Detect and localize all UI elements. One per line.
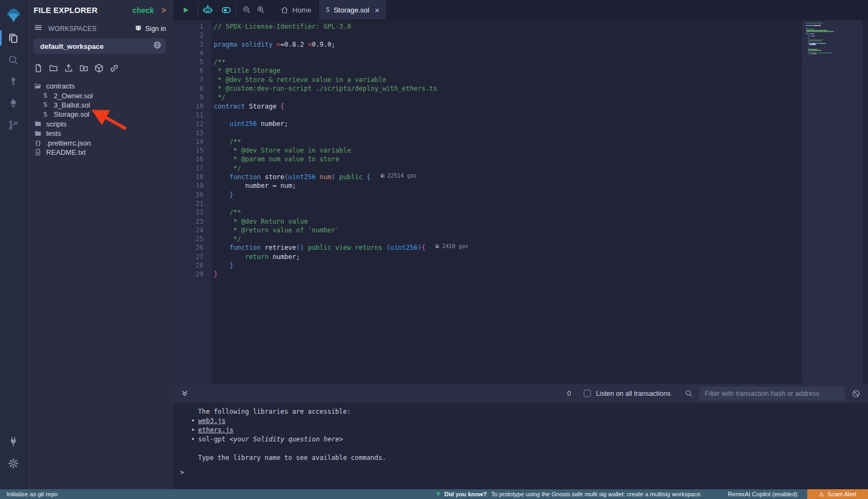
code-text: * @param num value to store [203,155,339,163]
main-area: Home S Storage.sol × 1// SPDX-License-Id… [174,0,868,489]
terminal-blank-line [174,444,868,453]
warning-icon: ⚠ [819,491,824,498]
tree-item-3-ballot-sol[interactable]: S3_Ballot.sol [27,100,174,110]
upload-folder-icon[interactable] [79,64,88,75]
code-editor[interactable]: 1// SPDX-License-Identifier: GPL-3.023pr… [174,20,868,384]
minimap-line [806,35,863,35]
git-icon[interactable] [0,114,27,136]
terminal-link[interactable]: web3.js [198,417,226,425]
code-line: 4 [174,49,802,58]
code-line: 26 function retrieve() public view retur… [174,243,802,252]
copilot-robot-icon[interactable] [199,0,216,20]
collapse-terminal-icon[interactable] [181,390,188,397]
minimap-line [806,49,863,49]
file-explorer-icon[interactable] [0,27,27,49]
new-file-icon[interactable] [34,64,43,75]
code-line: 18 function store(uint256 num) public {2… [174,173,802,181]
minimap-line [806,54,863,54]
line-number: 22 [174,208,203,217]
terminal-filter-input[interactable] [699,387,845,401]
solidity-compiler-icon[interactable] [0,71,27,92]
clear-terminal-icon[interactable] [852,389,860,398]
copilot-status[interactable]: RemixAI Copilot (enabled) [728,491,797,497]
tree-item-label: tests [46,129,61,137]
search-icon[interactable] [0,49,27,71]
terminal-link[interactable]: ethers.js [198,426,233,434]
tree-item-scripts[interactable]: scripts [27,119,174,129]
tree-item-tests[interactable]: tests [27,129,174,138]
deploy-run-icon[interactable] [0,92,27,114]
minimap[interactable] [802,20,863,384]
code-text: */ [203,235,241,243]
line-number: 20 [174,191,203,199]
code-line: 16 * @param num value to store [174,155,802,163]
code-text [203,199,214,208]
code-line: 15 * @dev Store value in variable [174,146,802,155]
terminal-text-line: The following libraries are accessible: [174,407,868,416]
home-icon [280,6,289,14]
terminal-search-icon[interactable] [685,389,693,397]
tree-item-readme-txt[interactable]: README.txt [27,148,174,157]
minimap-line [806,44,863,45]
code-text: * @custom:dev-run-script ./scripts/deplo… [203,84,437,93]
ipfs-cube-icon[interactable] [94,64,104,75]
tab-bar: Home S Storage.sol × [174,0,868,20]
transaction-count: 0 [567,390,571,397]
minimap-line [806,29,863,29]
zoom-out-button[interactable] [240,0,254,20]
line-number: 24 [174,226,203,235]
code-line: 5/** [174,58,802,66]
panel-title: FILE EXPLORER [34,6,98,15]
plugin-manager-icon[interactable] [0,431,27,452]
tab-home[interactable]: Home [273,0,318,20]
solidity-file-icon: S [326,6,330,14]
code-line: 28 } [174,261,802,270]
code-text [203,111,214,119]
minimap-line [806,43,863,43]
code-line: 27 return number; [174,252,802,261]
minimap-line [806,38,863,39]
code-text: } [203,270,218,279]
terminal-prompt[interactable]: > [174,468,868,477]
sign-in-button[interactable]: Sign in [134,24,166,33]
close-tab-icon[interactable]: × [375,5,380,15]
upload-file-icon[interactable] [64,64,73,75]
code-text: /** [203,208,241,217]
tree-item-2-owner-sol[interactable]: S2_Owner.sol [27,91,174,100]
zoom-in-button[interactable] [254,0,268,20]
tab-storage-sol[interactable]: S Storage.sol × [318,0,387,20]
tree-item-storage-sol[interactable]: SStorage.sol [27,110,174,119]
workspace-sort-icon [153,41,162,52]
scam-alert-button[interactable]: ⚠ Scam Alert [807,489,868,499]
code-text: */ [203,164,241,173]
code-text: number = num; [203,181,296,190]
copilot-toggle[interactable] [216,0,236,20]
git-init-button[interactable]: Initialize as git repo [7,491,58,497]
terminal-header: 0 Listen on all transactions [174,384,868,403]
terminal-bullet-line: •ethers.js [174,426,868,435]
minimap-line [806,37,863,37]
minimap-line [806,48,863,48]
minimap-line [806,40,863,40]
minimap-line [806,36,863,36]
line-number: 28 [174,261,203,270]
code-line: 6 * @title Storage [174,66,802,75]
tree-item-label: contracts [46,82,75,90]
workspace-select[interactable]: default_workspace [34,39,166,54]
listen-all-transactions-checkbox[interactable] [584,390,591,397]
expand-panel-chevron-icon[interactable]: > [162,6,166,15]
code-line: 17 */ [174,164,802,173]
workspace-menu-icon[interactable] [34,23,43,34]
minimap-line [806,46,863,46]
minimap-line [806,31,863,31]
line-number: 23 [174,217,203,226]
run-script-button[interactable] [174,0,197,20]
tree-item-contracts[interactable]: contracts [27,81,174,91]
settings-gear-icon[interactable] [0,452,27,474]
link-icon[interactable] [110,64,119,75]
minimap-line [806,53,863,53]
tree-item--prettierrc-json[interactable]: {}.prettierrc.json [27,138,174,147]
new-folder-icon[interactable] [49,64,58,75]
code-line: 21 [174,199,802,208]
code-line: 7 * @dev Store & retrieve value in a var… [174,75,802,84]
